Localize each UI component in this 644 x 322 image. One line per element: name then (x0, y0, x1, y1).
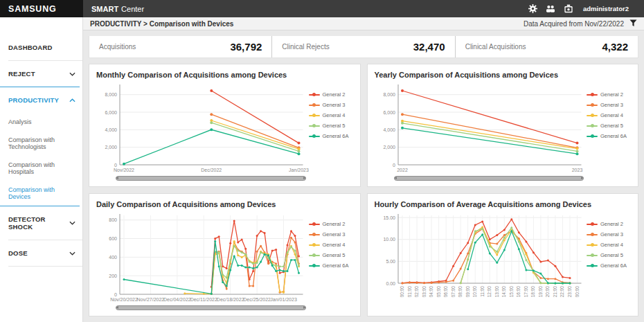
chart-scrollbar[interactable] (394, 176, 584, 181)
legend-swatch (309, 234, 320, 235)
sidebar-item-dashboard[interactable]: DASHBOARD (0, 35, 82, 60)
legend-swatch (587, 224, 598, 225)
svg-text:Dec/11/2022: Dec/11/2022 (190, 297, 217, 302)
sidebar-item-dose[interactable]: DOSE (0, 240, 82, 266)
chevron-down-icon (69, 251, 75, 256)
legend-swatch (309, 115, 320, 116)
filter-button[interactable] (629, 17, 637, 30)
sidebar-top-spacer (0, 17, 83, 30)
svg-text:400: 400 (109, 255, 117, 260)
sidebar-item-comparison-hospitals[interactable]: Comparison with Hospitals (0, 156, 82, 181)
settings-button[interactable] (524, 0, 542, 17)
chart-title: Hourly Comparison of Average Acquisition… (375, 200, 632, 208)
sidebar-subitem-label: Comparison with Technologists (8, 136, 55, 150)
svg-text:02:00: 02:00 (414, 286, 419, 298)
legend-item[interactable]: General 5 (587, 123, 631, 129)
legend-item[interactable]: General 4 (309, 112, 353, 118)
monthly-line-chart[interactable]: 02,0004,0006,0008,000Nov/2022Dec/2022Jan… (96, 80, 309, 175)
legend-item[interactable]: General 6A (587, 262, 631, 269)
sidebar-item-detector-shock[interactable]: DETECTOR SHOCK (0, 206, 82, 240)
daily-line-chart[interactable]: 0200400600800Nov/20/2022Nov/27/2022Dec/0… (96, 210, 309, 304)
legend-item[interactable]: General 6A (309, 133, 353, 139)
yearly-line-chart[interactable]: 02,0004,0006,0008,00020222023 (375, 80, 587, 175)
main-content: Acquisitions 36,792 Clinical Rejects 32,… (83, 30, 644, 322)
legend-label: General 2 (323, 91, 346, 98)
sidebar-subitem-label: Comparison with Hospitals (8, 161, 55, 175)
svg-text:12:00: 12:00 (487, 286, 492, 298)
legend-swatch (309, 265, 320, 267)
svg-text:0: 0 (393, 163, 395, 168)
legend-item[interactable]: General 5 (587, 252, 631, 258)
sidebar-item-analysis[interactable]: Analysis (0, 113, 82, 131)
chart-title: Yearly Comparison of Acquisitions among … (375, 71, 632, 79)
chart-scrollbar[interactable] (116, 176, 306, 181)
breadcrumb-bar: PRODUCTIVITY > Comparison with Devices D… (0, 17, 644, 30)
legend-label: General 2 (600, 91, 623, 98)
chart-title: Daily Comparison of Acquisitions among D… (96, 200, 353, 208)
legend-swatch (309, 255, 320, 256)
legend-item[interactable]: General 6A (309, 262, 353, 269)
stat-label: Acquisitions (99, 43, 136, 51)
samsung-logo: SAMSUNG (0, 0, 83, 17)
stat-value: 4,322 (602, 41, 628, 53)
legend-swatch (587, 94, 598, 96)
users-button[interactable] (542, 0, 560, 17)
app-title-bold: SMART (91, 5, 118, 13)
legend-swatch (587, 265, 598, 267)
sidebar-item-label: DOSE (8, 249, 69, 257)
hourly-line-chart[interactable]: 0.005.0010.0015.0000:0001:0002:0003:0004… (375, 210, 587, 304)
legend-item[interactable]: General 4 (587, 112, 631, 118)
svg-text:Dec/2022: Dec/2022 (201, 168, 222, 172)
chart-card-hourly: Hourly Comparison of Average Acquisition… (367, 193, 639, 316)
legend-item[interactable]: General 5 (309, 123, 353, 129)
svg-text:6,000: 6,000 (383, 110, 395, 115)
app-titlebar: SMART Center (83, 0, 644, 17)
legend-item[interactable]: General 2 (587, 221, 631, 227)
legend-item[interactable]: General 2 (309, 91, 353, 98)
legend-label: General 2 (600, 221, 623, 227)
svg-text:10:00: 10:00 (472, 286, 477, 298)
chart-card-yearly: Yearly Comparison of Acquisitions among … (367, 64, 639, 187)
legend-item[interactable]: General 3 (587, 231, 631, 238)
legend-item[interactable]: General 5 (309, 252, 353, 258)
sidebar-item-label: DETECTOR SHOCK (8, 215, 69, 231)
sidebar-item-productivity[interactable]: PRODUCTIVITY (0, 87, 82, 113)
svg-text:01:00: 01:00 (406, 286, 411, 298)
svg-text:Dec/25/2022: Dec/25/2022 (243, 297, 271, 302)
device-icon (564, 4, 573, 13)
legend-item[interactable]: General 2 (587, 91, 631, 98)
svg-text:0.00: 0.00 (386, 281, 395, 286)
legend-item[interactable]: General 3 (309, 102, 353, 108)
stats-bar: Acquisitions 36,792 Clinical Rejects 32,… (89, 36, 638, 58)
chart-scrollbar[interactable] (116, 305, 306, 310)
legend-swatch (309, 94, 320, 96)
sidebar-item-reject[interactable]: REJECT (0, 61, 82, 87)
legend-label: General 4 (600, 242, 623, 248)
svg-text:23:00: 23:00 (566, 286, 571, 298)
charts-grid: Monthly Comparison of Acquisitions among… (89, 64, 638, 316)
legend-item[interactable]: General 3 (309, 231, 353, 238)
sidebar-item-comparison-devices[interactable]: Comparison with Devices (0, 181, 82, 206)
legend-swatch (309, 224, 320, 225)
legend-swatch (309, 125, 320, 127)
device-button[interactable] (560, 0, 578, 17)
legend-label: General 4 (323, 112, 346, 118)
sidebar-item-label: DASHBOARD (8, 44, 75, 51)
sidebar-item-comparison-technologists[interactable]: Comparison with Technologists (0, 131, 82, 156)
svg-text:8,000: 8,000 (383, 92, 395, 97)
sidebar-subitem-label: Analysis (8, 118, 32, 125)
legend-item[interactable]: General 6A (587, 133, 631, 139)
logged-in-user[interactable]: administrator2 (583, 5, 629, 12)
users-icon (546, 5, 555, 13)
legend-item[interactable]: General 2 (309, 221, 353, 227)
svg-text:16:00: 16:00 (516, 286, 521, 298)
chart-card-monthly: Monthly Comparison of Acquisitions among… (89, 64, 361, 187)
legend-item[interactable]: General 4 (587, 242, 631, 248)
svg-text:2022: 2022 (397, 168, 408, 172)
gear-icon (528, 4, 537, 13)
svg-text:4,000: 4,000 (105, 127, 117, 132)
svg-text:21:00: 21:00 (552, 286, 557, 298)
legend-item[interactable]: General 4 (309, 242, 353, 248)
legend-label: General 4 (323, 242, 346, 248)
legend-item[interactable]: General 3 (587, 102, 631, 108)
